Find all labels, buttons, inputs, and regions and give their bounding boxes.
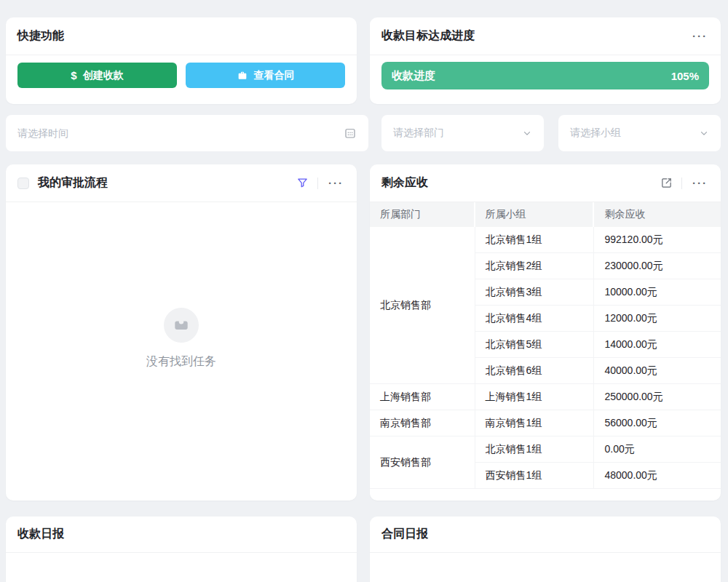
empty-state: 没有找到任务 (6, 176, 357, 501)
payment-progress-bar: 收款进度 105% (381, 62, 709, 89)
group-cell: 北京销售1组 (475, 436, 595, 463)
time-picker-input[interactable] (17, 127, 344, 139)
amount-cell: 56000.00元 (594, 410, 721, 436)
inbox-icon (172, 316, 191, 335)
group-cell: 北京销售3组 (475, 279, 595, 306)
department-cell: 北京销售部 (370, 227, 475, 384)
main-row: 我的审批流程 ··· 没有找到任务 (6, 164, 721, 501)
view-contract-label: 查看合同 (254, 69, 295, 82)
amount-cell: 10000.00元 (594, 279, 721, 306)
column-header-group: 所属小组 (475, 202, 595, 227)
receivables-card-header: 剩余应收 ··· (370, 164, 721, 202)
department-select-placeholder: 请选择部门 (393, 127, 522, 140)
amount-cell: 40000.00元 (594, 358, 721, 384)
page-title: 快捷功能 (17, 28, 64, 44)
open-external-icon[interactable] (660, 177, 673, 189)
group-cell: 北京销售4组 (475, 306, 595, 332)
receivables-table: 所属部门 所属小组 剩余应收 北京销售部北京销售1组992120.00元北京销售… (370, 202, 721, 501)
amount-cell: 12000.00元 (594, 306, 721, 332)
receivables-table-body: 北京销售部北京销售1组992120.00元北京销售2组230000.00元北京销… (370, 227, 721, 489)
chevron-down-icon (522, 128, 532, 138)
receivables-card-title: 剩余应收 (381, 175, 428, 191)
department-cell: 南京销售部 (370, 410, 475, 436)
group-cell: 北京销售5组 (475, 332, 595, 358)
bottom-row: 收款日报 合同日报 (6, 517, 721, 582)
department-cell: 西安销售部 (370, 436, 475, 489)
quick-action-buttons: $ 创建收款 查看合同 (6, 55, 357, 88)
progress-card-title: 收款目标达成进度 (381, 28, 475, 44)
quick-actions-header: 快捷功能 (6, 17, 357, 55)
amount-cell: 48000.00元 (594, 463, 721, 489)
column-header-amount: 剩余应收 (594, 202, 721, 227)
progress-card: 收款目标达成进度 ··· 收款进度 105% (370, 17, 721, 104)
table-row: 上海销售部上海销售1组250000.00元 (370, 384, 721, 410)
quick-actions-card: 快捷功能 $ 创建收款 查看合同 (6, 17, 357, 104)
group-cell: 上海销售1组 (475, 384, 595, 410)
amount-cell: 0.00元 (594, 436, 721, 463)
filter-row: 请选择部门 请选择小组 (6, 115, 721, 151)
group-cell: 北京销售6组 (475, 358, 595, 384)
empty-state-text: 没有找到任务 (146, 354, 216, 370)
contract-daily-card: 合同日报 (370, 517, 721, 582)
amount-cell: 14000.00元 (594, 332, 721, 358)
group-select-placeholder: 请选择小组 (570, 127, 699, 140)
table-row: 北京销售部北京销售1组992120.00元 (370, 227, 721, 253)
top-row: 快捷功能 $ 创建收款 查看合同 收款目标达成进度 ··· (6, 17, 721, 104)
empty-state-circle (164, 308, 199, 343)
amount-cell: 992120.00元 (594, 227, 721, 253)
calendar-icon[interactable] (344, 127, 357, 140)
payment-daily-title: 收款日报 (17, 527, 64, 542)
table-row: 南京销售部南京销售1组56000.00元 (370, 410, 721, 436)
receivables-card: 剩余应收 ··· 所属部门 所属小组 (370, 164, 721, 501)
header-divider (681, 178, 682, 189)
group-select[interactable]: 请选择小组 (558, 115, 721, 151)
time-picker-field[interactable] (6, 115, 368, 151)
dollar-icon: $ (71, 69, 76, 81)
column-header-department: 所属部门 (370, 202, 475, 227)
amount-cell: 230000.00元 (594, 253, 721, 279)
more-menu-icon[interactable]: ··· (691, 29, 709, 43)
table-row: 西安销售部北京销售1组0.00元 (370, 436, 721, 463)
create-payment-label: 创建收款 (83, 69, 124, 82)
progress-bar-label: 收款进度 (392, 69, 435, 83)
group-cell: 北京销售1组 (475, 227, 595, 253)
group-cell: 西安销售1组 (475, 463, 595, 489)
contract-daily-header: 合同日报 (370, 517, 721, 553)
progress-card-header: 收款目标达成进度 ··· (370, 17, 721, 55)
group-cell: 北京销售2组 (475, 253, 595, 279)
department-cell: 上海销售部 (370, 384, 475, 410)
amount-cell: 250000.00元 (594, 384, 721, 410)
table-header-row: 所属部门 所属小组 剩余应收 (370, 202, 721, 227)
more-menu-icon[interactable]: ··· (691, 176, 709, 190)
select-filters: 请选择部门 请选择小组 (381, 115, 721, 151)
view-contract-button[interactable]: 查看合同 (186, 63, 345, 88)
progress-bar-value: 105% (671, 70, 699, 82)
payment-daily-header: 收款日报 (6, 517, 357, 553)
payment-daily-card: 收款日报 (6, 517, 357, 582)
briefcase-icon (237, 70, 248, 81)
create-payment-button[interactable]: $ 创建收款 (17, 63, 177, 88)
chevron-down-icon (699, 128, 709, 138)
group-cell: 南京销售1组 (475, 410, 595, 436)
approval-card: 我的审批流程 ··· 没有找到任务 (6, 164, 357, 501)
department-select[interactable]: 请选择部门 (381, 115, 544, 151)
contract-daily-title: 合同日报 (381, 527, 428, 542)
